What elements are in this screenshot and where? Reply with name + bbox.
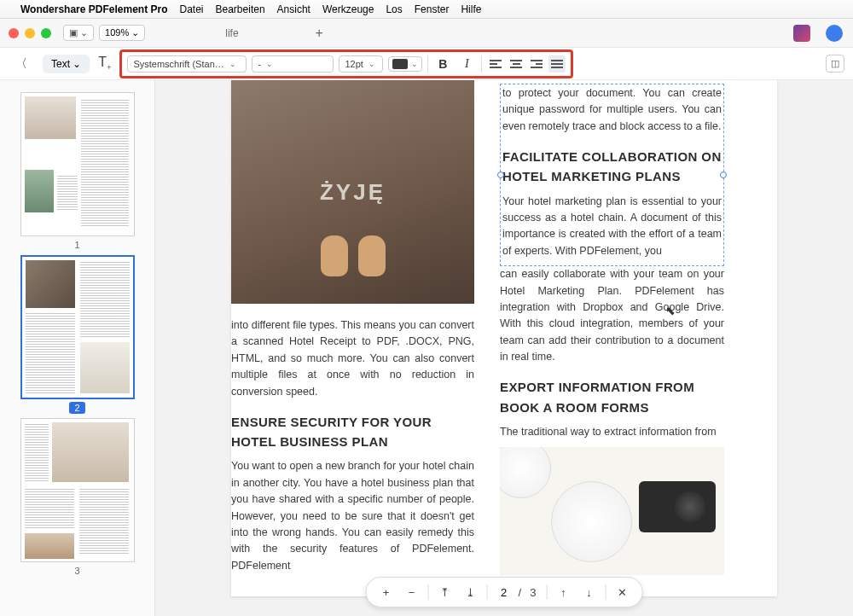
font-weight-dropdown[interactable]: -⌄: [252, 55, 334, 73]
thumbnail-sidebar: 1 2 3: [0, 80, 155, 616]
thumbnail-page-1[interactable]: 1: [20, 92, 135, 250]
minimize-window-button[interactable]: [25, 28, 35, 38]
body-text[interactable]: to protect your document. You can create…: [502, 85, 722, 135]
menu-edit[interactable]: Bearbeiten: [216, 3, 265, 15]
body-text[interactable]: Your hotel marketing plan is essential t…: [502, 194, 722, 260]
body-text[interactable]: The traditional way to extract informati…: [500, 424, 724, 440]
page-navigation-toolbar: + − ⤒ ⤓ / 3 ↑ ↓ ✕: [366, 577, 643, 607]
font-color-dropdown[interactable]: ⌄: [388, 56, 422, 72]
next-page-button[interactable]: ↓: [577, 581, 600, 603]
app-name[interactable]: Wondershare PDFelement Pro: [20, 3, 168, 15]
hero-image-text: ŻYJĘ: [320, 175, 386, 209]
heading-collaboration[interactable]: FACILITATE COLLABORATION ON HOTEL MARKET…: [502, 147, 722, 187]
last-page-button[interactable]: ⤓: [460, 581, 482, 603]
edit-mode-dropdown[interactable]: Text ⌄: [43, 55, 90, 73]
heading-export[interactable]: EXPORT INFORMATION FROM BOOK A ROOM FORM…: [500, 377, 724, 417]
font-weight-value: -: [258, 59, 261, 69]
page-number-input[interactable]: [493, 586, 515, 599]
menu-file[interactable]: Datei: [180, 3, 204, 15]
add-text-button[interactable]: T+: [98, 55, 111, 72]
selected-text-block[interactable]: to protect your document. You can create…: [500, 84, 724, 266]
hero-image: ŻYJĘ: [231, 80, 474, 304]
align-right-button[interactable]: [528, 55, 545, 73]
close-window-button[interactable]: [9, 28, 19, 38]
close-nav-button[interactable]: ✕: [611, 581, 633, 603]
zoom-out-button[interactable]: −: [401, 581, 423, 603]
body-text[interactable]: can easily collaborate with your team on…: [500, 266, 724, 365]
page-total: 3: [525, 586, 541, 599]
app-color-icon[interactable]: [793, 25, 810, 42]
zoom-dropdown[interactable]: 109% ⌄: [99, 25, 145, 41]
window-titlebar: ▣ ⌄ 109% ⌄ life +: [0, 19, 853, 48]
page-sep: /: [519, 586, 522, 599]
traffic-lights: [9, 28, 51, 38]
back-button[interactable]: 〈: [9, 53, 34, 75]
first-page-button[interactable]: ⤒: [434, 581, 456, 603]
maximize-window-button[interactable]: [41, 28, 51, 38]
body-text[interactable]: You want to open a new branch for your h…: [231, 458, 474, 574]
document-page: ŻYJĘ into different file types. This mea…: [231, 80, 777, 596]
bold-button[interactable]: B: [433, 55, 452, 73]
document-canvas[interactable]: ŻYJĘ into different file types. This mea…: [155, 80, 853, 616]
mac-menubar: Wondershare PDFelement Pro Datei Bearbei…: [0, 0, 853, 19]
document-tab[interactable]: life: [157, 27, 306, 39]
color-swatch: [392, 59, 408, 69]
thumbnail-page-2[interactable]: 2: [20, 255, 135, 413]
align-left-button[interactable]: [487, 55, 504, 73]
prev-page-button[interactable]: ↑: [552, 581, 574, 603]
font-family-value: Systemschrift (Stan…: [133, 59, 223, 69]
menu-help[interactable]: Hilfe: [461, 3, 481, 15]
sidebar-toggle-button[interactable]: ▣ ⌄: [63, 25, 94, 41]
thumbnail-page-3[interactable]: 3: [20, 418, 135, 576]
thumb-num-3: 3: [74, 566, 79, 576]
align-justify-button[interactable]: [548, 55, 566, 73]
user-avatar[interactable]: [826, 25, 843, 42]
font-size-dropdown[interactable]: 12pt⌄: [339, 55, 383, 73]
thumb-num-1: 1: [74, 240, 79, 250]
thumb-num-2: 2: [69, 402, 84, 414]
menu-tools[interactable]: Werkzeuge: [322, 3, 374, 15]
format-callout-box: Systemschrift (Stan…⌄ -⌄ 12pt⌄ ⌄ B I: [119, 49, 573, 78]
menu-view[interactable]: Ansicht: [277, 3, 310, 15]
page-layout-button[interactable]: ◫: [826, 55, 844, 73]
align-center-button[interactable]: [508, 55, 525, 73]
font-size-value: 12pt: [345, 59, 363, 69]
camera-icon: [639, 481, 716, 532]
format-toolbar: 〈 Text ⌄ T+ Systemschrift (Stan…⌄ -⌄ 12p…: [0, 48, 853, 80]
italic-button[interactable]: I: [457, 55, 476, 73]
add-tab-button[interactable]: +: [307, 26, 332, 41]
menu-go[interactable]: Los: [386, 3, 402, 15]
font-family-dropdown[interactable]: Systemschrift (Stan…⌄: [127, 55, 247, 73]
food-image: [500, 447, 724, 575]
body-text[interactable]: into different file types. This means yo…: [231, 317, 474, 400]
zoom-in-button[interactable]: +: [375, 581, 397, 603]
heading-security[interactable]: ENSURE SECURITY FOR YOUR HOTEL BUSINESS …: [231, 412, 474, 452]
menu-window[interactable]: Fenster: [415, 3, 450, 15]
